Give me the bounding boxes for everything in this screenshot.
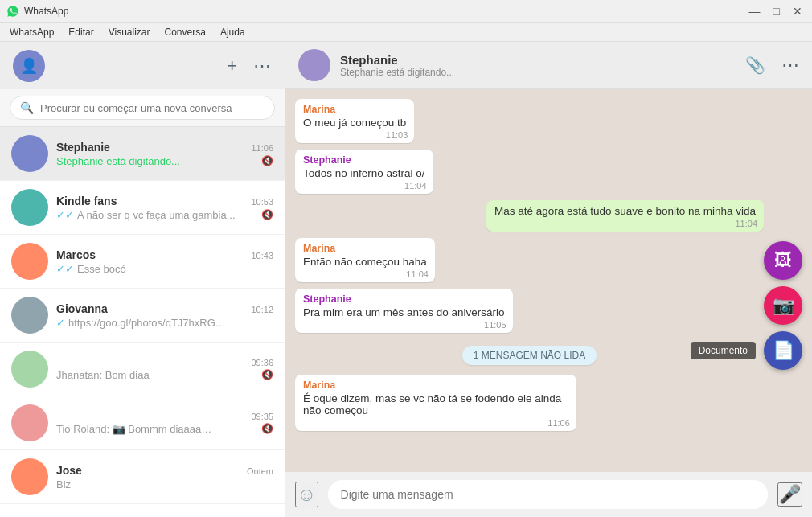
sidebar-header: 👤 + ⋯ [0,42,285,89]
more-options-button[interactable]: ⋯ [253,55,272,76]
menu-editar[interactable]: Editar [62,25,100,39]
chat-preview: Stephanie está digitando... 🔇 [56,155,273,167]
chat-header: Stephanie Stephanie está digitando... 📎 … [285,42,812,89]
chat-item-kindle[interactable]: Kindle fans 10:53 ✓✓ A não ser q vc faça… [0,181,285,235]
message-input[interactable] [328,480,768,509]
chat-preview: Blz [56,478,273,490]
message-bubble: Marina Então não começou haha 11:04 [295,238,435,282]
chat-item-jose[interactable]: Jose Ontem Blz [0,450,285,504]
menu-bar: WhatsApp Editar Visualizar Conversa Ajud… [0,23,812,42]
chat-time: 09:36 [251,358,273,367]
chat-name: Kindle fans [56,195,117,207]
menu-visualizar[interactable]: Visualizar [102,25,157,39]
sidebar-header-icons: + ⋯ [227,55,272,76]
maximize-button[interactable]: □ [770,5,783,18]
messages-flex: Marina O meu já começou tb 11:03 Stephan… [295,99,764,434]
message-text: Então não começou haha [303,256,427,268]
menu-ajuda[interactable]: Ajuda [214,25,252,39]
chat-top: 09:36 [56,358,273,367]
message-text: Mas até agora está tudo suave e bonito n… [494,205,756,217]
paperclip-button[interactable]: 📎 [745,55,765,75]
chat-time: 10:53 [251,197,273,207]
chat-header-info: Stephanie Stephanie está digitando... [340,53,736,78]
message-time: 11:04 [735,219,757,228]
chat-preview-text: Stephanie está digitando... [56,155,180,167]
document-fab-button[interactable]: 📄 [764,331,802,370]
chat-info: Stephanie 11:06 Stephanie está digitando… [56,141,273,167]
chat-info: Marcos 10:43 ✓✓ Esse bocó [56,248,273,275]
unread-badge: 1 MENSAGEM NÃO LIDA [462,346,597,365]
chat-preview-text: Blz [56,478,71,490]
chat-item-stephanie[interactable]: Stephanie 11:06 Stephanie está digitando… [0,127,285,181]
bubble-inner: Stephanie Pra mim era um mês antes do an… [295,289,513,333]
minimize-button[interactable]: — [746,5,764,18]
close-button[interactable]: ✕ [789,5,806,18]
title-bar: WhatsApp — □ ✕ [0,0,812,23]
mute-icon: 🔇 [261,423,273,434]
chat-preview-text: Jhanatan: Bom diaa [56,369,150,381]
chat-time: 10:12 [251,305,273,314]
emoji-button[interactable]: ☺ [295,482,318,507]
bubble-inner: Marina O meu já começou tb 11:03 [295,99,414,143]
chat-name: Giovanna [56,302,108,315]
message-sender: Marina [303,380,568,391]
chat-preview: ✓✓ Esse bocó [56,263,273,275]
whatsapp-icon [6,5,19,18]
chat-info: Jose Ontem Blz [56,464,273,490]
chat-preview: ✓✓ A não ser q vc faça uma gambia... 🔇 [56,209,273,221]
chat-top: Stephanie 11:06 [56,141,273,154]
menu-whatsapp[interactable]: WhatsApp [3,25,60,39]
window-controls: — □ ✕ [746,5,806,18]
message-sender: Marina [303,243,427,254]
chat-item-marcos[interactable]: Marcos 10:43 ✓✓ Esse bocó [0,235,285,289]
photos-fab-button[interactable]: 🖼 [764,241,802,280]
bubble-inner: Stephanie Todos no inferno astral o/ 11:… [295,150,433,194]
chat-info: 09:35 Tio Roland: 📷 Bommm diaaaaaaa g...… [56,412,273,435]
message-bubble: Marina É oque dizem, mas se vc não tá se… [295,375,576,431]
chat-top: 09:35 [56,412,273,421]
chat-info: Kindle fans 10:53 ✓✓ A não ser q vc faça… [56,195,273,221]
contact-status: Stephanie está digitando... [340,67,736,78]
chat-preview-text: Tio Roland: 📷 Bommm diaaaaaaa g... [56,423,217,435]
chat-time: 11:06 [251,143,273,153]
mute-icon: 🔇 [261,209,273,220]
new-chat-button[interactable]: + [227,55,237,76]
messages-area: Marina O meu já começou tb 11:03 Stephan… [285,89,812,472]
chat-header-icons: 📎 ⋯ [745,55,799,76]
message-text: O meu já começou tb [303,117,406,129]
double-check-icon: ✓ [56,317,65,329]
avatar [11,458,48,495]
chat-preview-text: https://goo.gl/photos/qTJ7hxRGuP... [68,317,229,329]
chat-top: Jose Ontem [56,464,273,477]
message-bubble: Stephanie Todos no inferno astral o/ 11:… [295,150,433,194]
chat-top: Kindle fans 10:53 [56,195,273,207]
camera-fab-button[interactable]: 📷 [764,286,802,325]
contact-avatar [298,49,330,81]
chat-time: Ontem [247,466,273,476]
document-tooltip: Documento [691,342,756,359]
sidebar: 👤 + ⋯ 🔍 Stephanie 11:06 [0,42,285,517]
chat-item-giovanna[interactable]: Giovanna 10:12 ✓ https://goo.gl/photos/q… [0,289,285,343]
message-sender: Stephanie [303,293,505,305]
document-fab-wrap: Documento 📄 [764,331,802,370]
avatar [11,351,48,388]
double-check-icon: ✓✓ [56,263,74,275]
message-bubble: Mas até agora está tudo suave e bonito n… [486,200,764,232]
avatar [11,297,48,334]
message-sender: Stephanie [303,154,425,166]
chat-item-jhanatan[interactable]: 09:36 Jhanatan: Bom diaa 🔇 [0,343,285,396]
chat-preview: Jhanatan: Bom diaa 🔇 [56,369,273,381]
message-time: 11:04 [404,181,427,191]
user-avatar: 👤 [13,50,45,82]
chat-name: Marcos [56,248,96,261]
menu-conversa[interactable]: Conversa [158,25,212,39]
chat-item-tio-roland[interactable]: 09:35 Tio Roland: 📷 Bommm diaaaaaaa g...… [0,396,285,450]
search-input[interactable] [40,102,265,114]
message-text: Pra mim era um mês antes do aniversário [303,306,505,318]
chat-info: 09:36 Jhanatan: Bom diaa 🔇 [56,358,273,381]
chat-top: Giovanna 10:12 [56,302,273,315]
chat-preview-text: A não ser q vc faça uma gambia... [77,209,236,221]
chat-more-button[interactable]: ⋯ [781,55,799,76]
mic-button[interactable]: 🎤 [777,482,802,507]
mute-icon: 🔇 [261,155,273,166]
